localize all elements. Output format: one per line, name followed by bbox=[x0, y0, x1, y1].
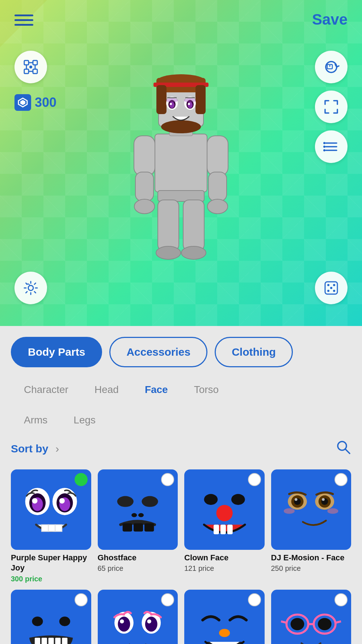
svg-point-104 bbox=[145, 617, 157, 632]
item-select[interactable] bbox=[75, 593, 88, 606]
svg-rect-76 bbox=[134, 523, 143, 531]
item-price: 65 price bbox=[98, 564, 178, 573]
item-card[interactable]: Clown Face 121 price bbox=[184, 469, 265, 583]
sort-row: Sort by › bbox=[11, 439, 351, 459]
sub-tabs-row2: Arms Legs bbox=[11, 409, 351, 432]
avatar-svg bbox=[116, 29, 246, 290]
svg-point-12 bbox=[329, 65, 331, 67]
item-card[interactable]: Purple Super Happy Joy 300 price bbox=[11, 469, 91, 583]
svg-point-66 bbox=[32, 498, 37, 503]
svg-point-34 bbox=[170, 103, 172, 105]
item-price: 300 price bbox=[11, 575, 91, 583]
item-image bbox=[98, 590, 178, 644]
svg-point-50 bbox=[181, 246, 206, 259]
svg-point-16 bbox=[323, 142, 325, 144]
refresh-icon bbox=[323, 59, 340, 75]
svg-rect-68 bbox=[41, 524, 48, 531]
svg-point-56 bbox=[327, 290, 329, 292]
svg-rect-98 bbox=[48, 638, 54, 644]
svg-point-32 bbox=[169, 102, 174, 108]
list-icon bbox=[323, 138, 340, 155]
svg-rect-44 bbox=[209, 172, 227, 201]
face-preview bbox=[190, 476, 258, 544]
svg-line-59 bbox=[345, 449, 350, 453]
tab-clothing[interactable]: Clothing bbox=[215, 337, 293, 367]
svg-point-55 bbox=[330, 287, 332, 289]
svg-point-108 bbox=[291, 618, 304, 630]
subtab-head[interactable]: Head bbox=[81, 378, 132, 401]
item-card[interactable] bbox=[98, 590, 178, 644]
item-price: 250 price bbox=[271, 564, 352, 573]
item-image bbox=[11, 469, 91, 550]
item-select[interactable] bbox=[334, 473, 348, 486]
tab-accessories[interactable]: Accessories bbox=[109, 337, 207, 367]
svg-point-53 bbox=[327, 284, 329, 286]
item-card[interactable] bbox=[11, 590, 91, 644]
svg-rect-0 bbox=[24, 60, 29, 65]
svg-rect-77 bbox=[144, 523, 154, 531]
face-preview bbox=[104, 476, 172, 544]
randomize-button[interactable] bbox=[315, 272, 348, 304]
subtab-arms[interactable]: Arms bbox=[11, 409, 60, 432]
item-select[interactable] bbox=[248, 593, 261, 606]
avatar-edit-icon bbox=[22, 59, 39, 75]
dice-icon bbox=[323, 280, 340, 296]
item-card[interactable]: Ghostface 65 price bbox=[98, 469, 178, 583]
item-name: Ghostface bbox=[98, 553, 178, 563]
svg-line-113 bbox=[281, 622, 286, 623]
tab-body-parts[interactable]: Body Parts bbox=[11, 337, 102, 367]
svg-rect-96 bbox=[35, 638, 40, 644]
subtab-character[interactable]: Character bbox=[11, 378, 81, 401]
expand-button[interactable] bbox=[315, 91, 348, 123]
svg-point-94 bbox=[32, 617, 43, 626]
item-image bbox=[184, 590, 265, 644]
item-select[interactable] bbox=[161, 473, 174, 486]
svg-point-80 bbox=[216, 505, 232, 521]
svg-rect-69 bbox=[48, 524, 55, 531]
currency-icon bbox=[14, 94, 31, 111]
item-price: 121 price bbox=[184, 564, 265, 573]
item-card[interactable] bbox=[271, 590, 352, 644]
item-select[interactable] bbox=[248, 473, 261, 486]
svg-rect-26 bbox=[195, 85, 206, 114]
svg-rect-100 bbox=[62, 638, 67, 644]
item-image bbox=[11, 590, 91, 644]
robux-icon bbox=[17, 97, 28, 108]
refresh-button[interactable] bbox=[315, 51, 348, 83]
subtab-torso[interactable]: Torso bbox=[181, 378, 232, 401]
svg-rect-19 bbox=[155, 134, 207, 192]
sort-label[interactable]: Sort by bbox=[11, 443, 48, 455]
avatar-edit-button[interactable] bbox=[14, 51, 47, 83]
svg-point-49 bbox=[156, 246, 181, 259]
menu-button[interactable] bbox=[14, 14, 33, 26]
main-tabs: Body Parts Accessories Clothing bbox=[11, 337, 351, 367]
svg-point-42 bbox=[134, 199, 155, 214]
svg-rect-1 bbox=[33, 60, 37, 65]
search-button[interactable] bbox=[335, 439, 351, 459]
svg-point-54 bbox=[333, 284, 335, 286]
list-button[interactable] bbox=[315, 130, 348, 163]
sort-arrow: › bbox=[55, 443, 59, 455]
subtab-face[interactable]: Face bbox=[132, 378, 181, 401]
svg-point-33 bbox=[188, 102, 193, 108]
sub-tabs: Character Head Face Torso bbox=[11, 378, 351, 401]
svg-point-74 bbox=[138, 513, 144, 517]
face-preview bbox=[17, 476, 85, 544]
subtab-legs[interactable]: Legs bbox=[60, 409, 109, 432]
svg-point-93 bbox=[327, 508, 338, 514]
svg-marker-10 bbox=[20, 100, 25, 105]
svg-point-18 bbox=[323, 149, 325, 151]
settings-button[interactable] bbox=[14, 272, 47, 304]
svg-rect-25 bbox=[156, 85, 167, 114]
svg-rect-83 bbox=[227, 524, 232, 534]
svg-point-107 bbox=[219, 629, 230, 637]
svg-point-57 bbox=[333, 290, 335, 292]
item-select[interactable] bbox=[161, 593, 174, 606]
svg-point-17 bbox=[323, 146, 325, 148]
item-card[interactable] bbox=[184, 590, 265, 644]
item-card[interactable]: DJ E-Mosion - Face 250 price bbox=[271, 469, 352, 583]
item-select[interactable] bbox=[75, 473, 88, 486]
right-buttons bbox=[315, 51, 348, 163]
save-button[interactable]: Save bbox=[312, 11, 348, 28]
item-select[interactable] bbox=[334, 593, 348, 606]
